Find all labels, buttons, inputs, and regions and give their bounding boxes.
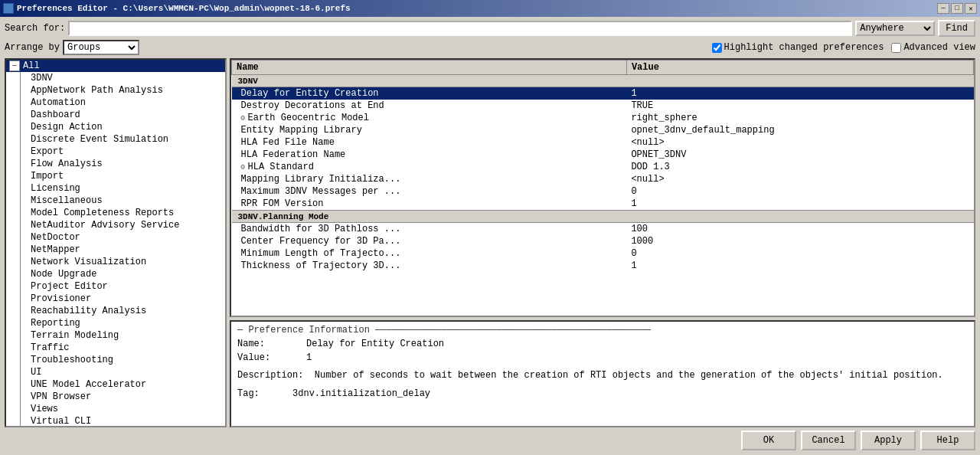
arrange-dropdown[interactable]: Groups Name Category [63,40,139,55]
info-description: Description: Number of seconds to wait b… [237,369,968,382]
value-cell: 1 [626,260,973,272]
find-button[interactable]: Find [938,20,975,37]
name-label: Name: [237,339,306,349]
tag-label: Tag: [237,388,260,399]
name-cell: Mapping Library Initializa... [232,173,627,185]
value-cell: 100 [626,223,973,236]
titlebar-title: Preferences Editor - C:\Users\WMMCN-PC\W… [3,3,351,14]
tree-item-licensing[interactable]: Licensing [6,182,225,195]
value-cell: 0 [626,247,973,260]
tree-label: Miscellaneous [31,195,103,206]
tree-label: Traffic [31,342,69,353]
gear-icon: ⚙ [241,114,246,123]
help-button[interactable]: Help [920,430,975,450]
tree-panel[interactable]: —All3DNVAppNetwork Path AnalysisAutomati… [5,58,227,427]
tree-label: Terrain Modeling [31,330,119,341]
value-cell: right_sphere [626,112,973,124]
tree-item-projecteditor[interactable]: Project Editor [6,280,225,293]
tree-item-unemodel[interactable]: UNE Model Accelerator [6,378,225,391]
tree-label: Dashboard [31,110,80,120]
tree-label: Model Completeness Reports [31,208,174,218]
info-panel-title-text: Preference Information [248,325,369,336]
tree-item-terrainmodeling[interactable]: Terrain Modeling [6,329,225,342]
tree-item-netmapper[interactable]: NetMapper [6,244,225,256]
table-row[interactable]: ⚙HLA StandardDOD 1.3 [232,161,974,173]
group-header-cell: 3DNV [232,75,974,87]
value-cell: 1 [626,198,973,211]
apply-button[interactable]: Apply [861,430,916,450]
gear-icon: ⚙ [241,163,246,172]
highlight-changed-checkbox[interactable] [712,43,722,53]
name-cell: Entity Mapping Library [232,124,627,136]
tree-item-3dnv[interactable]: 3DNV [6,72,225,84]
table-row[interactable]: Entity Mapping Libraryopnet_3dnv_default… [232,124,974,136]
table-row[interactable]: Minimum Length of Trajecto...0 [232,247,974,260]
tree-item-troubleshooting[interactable]: Troubleshooting [6,354,225,366]
checkboxes-row: Highlight changed preferences Advanced v… [712,42,975,53]
table-row[interactable]: RPR FOM Version1 [232,198,974,211]
tree-item-provisioner[interactable]: Provisioner [6,293,225,305]
table-row[interactable]: HLA Federation NameOPNET_3DNV [232,149,974,161]
name-cell: HLA Federation Name [232,149,627,161]
info-tag: Tag: 3dnv.initialization_delay [237,388,968,399]
tree-item-nodeupgrade[interactable]: Node Upgrade [6,268,225,280]
tree-item-traffic[interactable]: Traffic [6,342,225,354]
tree-item-automation[interactable]: Automation [6,97,225,109]
tree-item-views[interactable]: Views [6,403,225,415]
minimize-button[interactable]: — [937,3,949,14]
search-input[interactable] [68,21,852,36]
tree-label: Reporting [31,318,80,329]
advanced-view-checkbox[interactable] [891,43,901,53]
tree-item-export[interactable]: Export [6,146,225,158]
tree-item-all[interactable]: —All [6,60,225,72]
search-scope-dropdown[interactable]: Anywhere Name Value Description [855,21,935,36]
maximize-button[interactable]: □ [951,3,963,14]
tree-item-netdoctor[interactable]: NetDoctor [6,231,225,244]
table-row[interactable]: ⚙Earth Geocentric Modelright_sphere [232,112,974,124]
tree-item-networkvis[interactable]: Network Visualization [6,256,225,268]
tree-label: AppNetwork Path Analysis [31,85,163,96]
bottom-row: OK Cancel Apply Help [5,427,975,452]
table-row[interactable]: Center Frequency for 3D Pa...1000 [232,235,974,247]
info-value-row: Value: 1 [237,352,968,363]
table-container[interactable]: Name Value 3DNVDelay for Entity Creation… [230,58,975,317]
close-button[interactable]: ✕ [965,3,977,14]
tree-item-reachability[interactable]: Reachability Analysis [6,305,225,317]
value-cell: TRUE [626,100,973,112]
tree-label: 3DNV [31,73,53,83]
expand-icon[interactable]: — [9,61,20,71]
tree-item-ui[interactable]: UI [6,366,225,378]
table-row[interactable]: Maximum 3DNV Messages per ...0 [232,185,974,198]
search-row: Search for: Anywhere Name Value Descript… [5,20,975,37]
table-row[interactable]: Mapping Library Initializa...<null> [232,173,974,185]
search-label: Search for: [5,23,65,34]
tree-item-netauditor[interactable]: NetAuditor Advisory Service [6,219,225,231]
tree-item-vpnbrowser[interactable]: VPN Browser [6,391,225,403]
table-row[interactable]: Delay for Entity Creation1 [232,87,974,100]
tree-label: UNE Model Accelerator [31,379,146,390]
ok-button[interactable]: OK [741,430,796,450]
tree-item-flowanalysis[interactable]: Flow Analysis [6,158,225,170]
name-cell: Center Frequency for 3D Pa... [232,235,627,247]
tree-item-reporting[interactable]: Reporting [6,317,225,329]
tree-item-discreteevent[interactable]: Discrete Event Simulation [6,133,225,146]
tree-item-import[interactable]: Import [6,170,225,182]
table-row[interactable]: HLA Fed File Name<null> [232,136,974,149]
tree-label: Import [31,171,64,182]
tree-item-dashboard[interactable]: Dashboard [6,109,225,121]
tree-label: NetAuditor Advisory Service [31,220,179,231]
tree-item-designaction[interactable]: Design Action [6,121,225,133]
cancel-button[interactable]: Cancel [801,430,856,450]
table-row[interactable]: Bandwidth for 3D Pathloss ...100 [232,223,974,236]
tree-item-appnetwork[interactable]: AppNetwork Path Analysis [6,84,225,97]
tree-item-miscellaneous[interactable]: Miscellaneous [6,195,225,207]
name-cell: Delay for Entity Creation [232,87,627,100]
table-row[interactable]: Destroy Decorations at EndTRUE [232,100,974,112]
tree-label: Automation [31,97,86,108]
tree-item-modelcompleteness[interactable]: Model Completeness Reports [6,207,225,219]
tree-item-virtualcli[interactable]: Virtual CLI [6,415,225,427]
tree-label: Network Visualization [31,257,146,267]
table-row[interactable]: Thickness of Trajectory 3D...1 [232,260,974,272]
name-value: Delay for Entity Creation [306,339,968,349]
value-value: 1 [306,352,968,363]
